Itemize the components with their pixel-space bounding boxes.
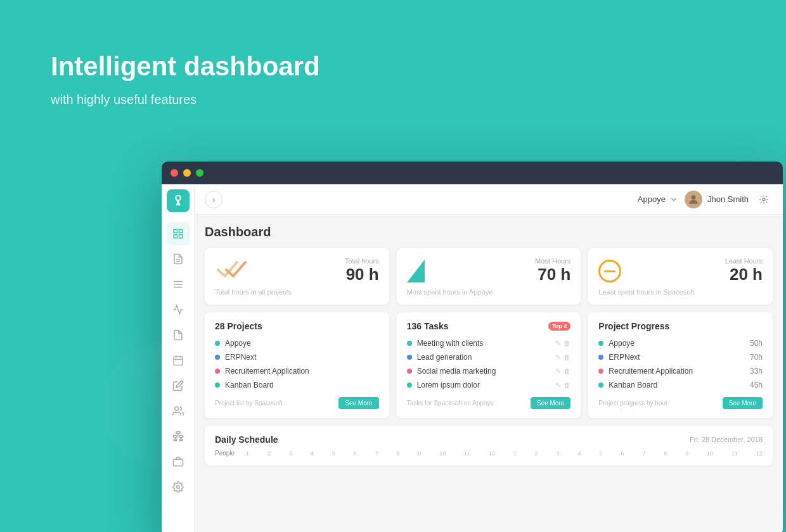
projects-see-more-button[interactable]: See More bbox=[338, 397, 378, 409]
hero-section: Intelligent dashboard with highly useful… bbox=[51, 51, 320, 107]
progress-hours-kanban: 45h bbox=[750, 381, 763, 390]
topbar: › Appoye Jhon Smith bbox=[195, 184, 783, 215]
progress-dot-kanban bbox=[598, 383, 603, 388]
project-dot-recruitment bbox=[215, 369, 220, 374]
logo-icon bbox=[171, 194, 185, 208]
window-close-dot[interactable] bbox=[171, 169, 178, 177]
progress-list: Appoye 50h ERPNext 70h bbox=[598, 339, 763, 390]
total-hours-value: 90 h bbox=[345, 265, 379, 284]
calendar-icon bbox=[172, 355, 184, 366]
least-hours-label: Least Hours bbox=[725, 257, 763, 265]
list-icon bbox=[172, 279, 184, 290]
task-delete-lead[interactable]: 🗑 bbox=[564, 353, 570, 362]
user-menu[interactable]: Jhon Smith bbox=[685, 191, 749, 208]
sidebar-item-list[interactable] bbox=[167, 273, 190, 296]
company-name: Appoye bbox=[638, 194, 666, 204]
task-name-lead: Lead generation bbox=[417, 353, 472, 362]
user-name: Jhon Smith bbox=[707, 194, 749, 204]
task-dot-lorem bbox=[407, 383, 412, 388]
svg-point-23 bbox=[176, 486, 179, 489]
progress-name-kanban: Kanban Board bbox=[609, 381, 657, 390]
sidebar-nav bbox=[162, 222, 194, 498]
dashboard-icon bbox=[172, 228, 184, 239]
sidebar-item-org[interactable] bbox=[167, 425, 190, 448]
cards-row: 28 Projects Appoye ERPNext bbox=[205, 312, 773, 418]
svg-rect-1 bbox=[179, 229, 182, 232]
progress-dot-erpnext bbox=[598, 355, 603, 360]
svg-rect-3 bbox=[179, 235, 182, 238]
sidebar-logo bbox=[167, 189, 190, 212]
svg-rect-16 bbox=[173, 436, 177, 438]
sidebar-item-settings[interactable] bbox=[167, 476, 190, 498]
stats-row: Total hours 90 h Total hours in all proj… bbox=[205, 248, 773, 305]
svg-rect-21 bbox=[179, 440, 183, 441]
schedule-numbers: 1 2 3 4 5 6 7 8 9 10 11 12 1 bbox=[246, 450, 763, 457]
progress-see-more-button[interactable]: See More bbox=[723, 397, 763, 409]
svg-rect-0 bbox=[174, 229, 177, 232]
stat-card-most-hours: Most Hours 70 h Most spent hours in Appo… bbox=[397, 248, 581, 305]
content-area: Dashboard Tot bbox=[195, 215, 783, 532]
svg-point-13 bbox=[174, 407, 178, 410]
tasks-see-more-button[interactable]: See More bbox=[531, 397, 570, 409]
sidebar-item-dashboard[interactable] bbox=[167, 222, 190, 245]
progress-item-kanban: Kanban Board 45h bbox=[598, 381, 763, 390]
task-delete-social[interactable]: 🗑 bbox=[564, 367, 570, 376]
sidebar-item-activity[interactable] bbox=[167, 298, 190, 321]
task-item-meeting: Meeting with clients ✎ 🗑 bbox=[407, 339, 571, 348]
progress-item-erpnext: ERPNext 70h bbox=[598, 353, 763, 362]
progress-name-appoye: Appoye bbox=[609, 339, 635, 348]
sidebar-item-team[interactable] bbox=[167, 400, 190, 422]
progress-name-erpnext: ERPNext bbox=[609, 353, 640, 362]
task-delete-meeting[interactable]: 🗑 bbox=[564, 339, 570, 348]
project-name-appoye: Appoye bbox=[225, 339, 251, 348]
progress-name-recruitment: Recruitement Application bbox=[609, 367, 693, 376]
svg-rect-20 bbox=[174, 440, 177, 441]
projects-list: Appoye ERPNext Recruitement Application bbox=[215, 339, 379, 390]
nav-chevron[interactable]: › bbox=[205, 191, 222, 208]
stat-card-total-hours: Total hours 90 h Total hours in all proj… bbox=[205, 248, 389, 305]
window-minimize-dot[interactable] bbox=[183, 169, 191, 177]
svg-rect-22 bbox=[173, 459, 183, 466]
daily-schedule-date: Fri, 28 December, 2018 bbox=[690, 436, 763, 443]
progress-dot-appoye bbox=[598, 341, 603, 346]
task-edit-lead[interactable]: ✎ bbox=[555, 353, 561, 362]
task-edit-meeting[interactable]: ✎ bbox=[555, 339, 561, 348]
sidebar bbox=[162, 184, 195, 532]
progress-card-title: Project Progress bbox=[598, 321, 669, 331]
total-hours-desc: Total hours in all projects bbox=[215, 288, 379, 296]
sidebar-item-briefcase[interactable] bbox=[167, 450, 190, 473]
hero-subtitle: with highly useful features bbox=[51, 92, 320, 107]
least-hours-value: 20 h bbox=[725, 265, 763, 284]
company-selector[interactable]: Appoye bbox=[638, 194, 678, 204]
tasks-badge: Top 4 bbox=[548, 322, 570, 331]
task-delete-lorem[interactable]: 🗑 bbox=[564, 381, 570, 390]
topbar-settings-icon[interactable] bbox=[755, 191, 773, 208]
task-item-lorem: Lorem ipsum dolor ✎ 🗑 bbox=[407, 381, 571, 390]
avatar bbox=[685, 191, 702, 208]
dropdown-arrow-icon bbox=[669, 195, 678, 204]
project-dot-kanban bbox=[215, 383, 220, 388]
progress-hours-recruitment: 33h bbox=[750, 367, 763, 376]
progress-item-recruitment: Recruitement Application 33h bbox=[598, 367, 763, 376]
sidebar-item-reports[interactable] bbox=[167, 248, 190, 270]
most-hours-icon bbox=[407, 257, 425, 282]
reports-icon bbox=[172, 253, 184, 265]
task-edit-social[interactable]: ✎ bbox=[555, 367, 561, 376]
project-dot-erpnext bbox=[215, 355, 220, 360]
least-hours-desc: Least spent hours in Spacesoft bbox=[598, 288, 763, 296]
most-hours-label: Most Hours bbox=[535, 257, 570, 265]
sidebar-item-calendar[interactable] bbox=[167, 349, 190, 372]
sidebar-item-notes[interactable] bbox=[167, 374, 190, 397]
svg-point-24 bbox=[692, 195, 696, 200]
window-maximize-dot[interactable] bbox=[196, 169, 203, 177]
task-dot-meeting bbox=[407, 341, 412, 346]
gear-icon bbox=[759, 194, 769, 205]
settings-icon bbox=[172, 481, 184, 493]
task-edit-lorem[interactable]: ✎ bbox=[555, 381, 561, 390]
sidebar-item-documents[interactable] bbox=[167, 324, 190, 346]
svg-rect-14 bbox=[176, 432, 180, 434]
project-item-recruitment: Recruitement Application bbox=[215, 367, 379, 376]
projects-card: 28 Projects Appoye ERPNext bbox=[205, 312, 389, 418]
stat-card-least-hours: Least Hours 20 h Least spent hours in Sp… bbox=[588, 248, 773, 305]
projects-footer-label: Project list by Spacesoft bbox=[215, 400, 283, 407]
